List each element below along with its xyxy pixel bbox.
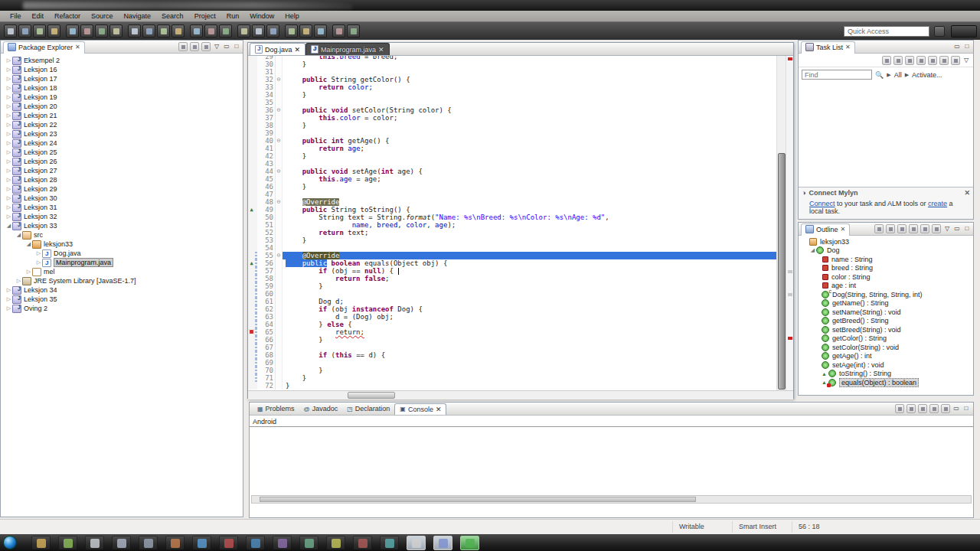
console-body[interactable]: Android	[250, 416, 973, 505]
fold-marker[interactable]	[276, 122, 283, 129]
tree-item[interactable]: ▷Oving 2	[1, 304, 243, 313]
code-line[interactable]: 35	[248, 99, 776, 106]
fold-marker[interactable]	[276, 83, 283, 91]
fold-marker[interactable]	[276, 99, 283, 106]
taskbar-app[interactable]	[219, 536, 238, 550]
outline-item[interactable]: ◢Dog	[799, 246, 973, 256]
code-line[interactable]: 65 return;	[248, 328, 776, 336]
menu-window[interactable]: Window	[244, 11, 279, 21]
code-line[interactable]: 62 if (obj instanceof Dog) {	[248, 305, 776, 313]
code-line[interactable]: 33 return color;	[248, 83, 776, 91]
collapsed-arrow-icon[interactable]: ▷	[25, 269, 32, 275]
tree-item[interactable]: ▷Mainprogram.java	[1, 258, 243, 267]
synchronize-icon[interactable]	[951, 56, 960, 65]
fold-marker[interactable]	[276, 60, 283, 68]
fold-marker[interactable]	[276, 145, 283, 152]
taskbar-app[interactable]	[273, 536, 292, 550]
close-icon[interactable]: ✕	[964, 189, 970, 197]
fold-marker[interactable]	[276, 236, 283, 244]
editor-tab-mainprogram-java[interactable]: Mainprogram.java✕	[305, 43, 390, 55]
link-with-editor-icon[interactable]	[932, 224, 941, 233]
code-line[interactable]: 41 return age;	[248, 145, 776, 152]
code-line[interactable]: 69	[248, 359, 776, 367]
expanded-arrow-icon[interactable]: ◢	[25, 241, 32, 247]
server-icon[interactable]	[204, 24, 217, 37]
scrollbar-thumb[interactable]	[260, 497, 696, 502]
collapse-all-icon[interactable]	[939, 56, 949, 65]
tree-item[interactable]: ▷Leksjon 35	[1, 295, 243, 304]
fold-marker[interactable]	[276, 91, 283, 99]
sort-icon[interactable]	[874, 224, 884, 233]
close-icon[interactable]: ✕	[295, 46, 301, 54]
maximize-icon[interactable]: □	[962, 404, 970, 413]
outline-item[interactable]: color : String	[799, 272, 973, 282]
tree-item[interactable]: ▷JRE System Library [JavaSE-1.7]	[1, 276, 243, 285]
open-perspective-icon[interactable]	[934, 26, 945, 37]
new-web-project-icon[interactable]	[190, 24, 203, 37]
tab-package-explorer[interactable]: Package Explorer ✕	[3, 41, 85, 54]
taskbar-app[interactable]	[299, 536, 318, 550]
coverage-icon[interactable]	[172, 24, 185, 37]
tree-item[interactable]: ▷Leksjon 17	[1, 74, 243, 83]
view-menu-icon[interactable]: ▽	[213, 42, 220, 51]
fold-marker[interactable]	[276, 221, 283, 229]
fold-marker[interactable]	[276, 382, 283, 390]
code-line[interactable]: 46 }	[248, 183, 776, 191]
tab-declaration[interactable]: ◳Declaration	[342, 403, 394, 415]
java-perspective-button[interactable]	[951, 25, 977, 37]
save-all-icon[interactable]	[33, 24, 46, 37]
hide-static-icon[interactable]	[897, 224, 906, 233]
menu-source[interactable]: Source	[86, 11, 119, 21]
focus-icon[interactable]	[201, 42, 211, 51]
fold-marker[interactable]: ⊖	[276, 106, 283, 114]
code-line[interactable]: 53 }	[248, 236, 776, 244]
scheduled-icon[interactable]	[905, 56, 914, 65]
search-icon[interactable]	[237, 24, 250, 37]
code-line[interactable]: 57 if (obj == null) {	[248, 267, 776, 275]
taskbar-app[interactable]	[112, 536, 131, 550]
code-line[interactable]: 43	[248, 160, 776, 168]
fold-marker[interactable]	[276, 129, 283, 137]
next-annotation-icon[interactable]	[285, 24, 298, 37]
fold-marker[interactable]	[276, 267, 283, 275]
maximize-icon[interactable]: □	[963, 42, 971, 51]
fold-marker[interactable]	[276, 351, 283, 359]
menu-help[interactable]: Help	[279, 11, 305, 21]
code-line[interactable]: 47	[248, 191, 776, 198]
code-line[interactable]: 36⊖ public void setColor(String color) {	[248, 106, 776, 114]
error-mark[interactable]	[788, 337, 792, 340]
code-line[interactable]: 55⊖ @Override	[248, 252, 776, 259]
outline-item[interactable]: cDog(String, String, String, int)	[799, 290, 973, 299]
code-line[interactable]: ▲56 public boolean equals(Object obj) {	[248, 259, 776, 267]
collapsed-arrow-icon[interactable]: ▷	[15, 278, 22, 284]
fold-marker[interactable]: ⊖	[276, 76, 283, 83]
collapsed-arrow-icon[interactable]: ▷	[5, 177, 12, 183]
code-line[interactable]: 30 }	[248, 60, 776, 68]
categorized-icon[interactable]	[893, 56, 903, 65]
maximize-icon[interactable]: □	[233, 42, 240, 51]
fold-marker[interactable]	[276, 191, 283, 198]
tree-item[interactable]: ▷Eksempel 2	[1, 56, 243, 65]
outline-item[interactable]: setAge(int) : void	[799, 360, 973, 370]
fold-marker[interactable]	[276, 229, 283, 236]
taskbar-app[interactable]	[380, 536, 399, 550]
collapsed-arrow-icon[interactable]: ▷	[5, 122, 12, 128]
collapsed-arrow-icon[interactable]: ▷	[5, 305, 12, 311]
outline-item[interactable]: getColor() : String	[799, 334, 973, 344]
tree-item[interactable]: ◢Leksjon 33	[1, 221, 243, 230]
tree-item[interactable]: ▷Leksjon 23	[1, 129, 243, 139]
collapsed-arrow-icon[interactable]: ▷	[5, 287, 12, 293]
fold-marker[interactable]	[276, 175, 283, 183]
outline-item[interactable]: getBreed() : String	[799, 317, 973, 326]
collapsed-arrow-icon[interactable]: ▷	[5, 103, 12, 109]
outline-item[interactable]: setName(String) : void	[799, 308, 973, 317]
tree-item[interactable]: ▷Leksjon 27	[1, 166, 243, 175]
outline-item[interactable]: leksjon33	[799, 237, 973, 246]
menu-refactor[interactable]: Refactor	[49, 11, 86, 21]
window-titlebar[interactable]	[0, 0, 980, 11]
new-task-icon[interactable]	[882, 56, 891, 65]
taskbar-app[interactable]	[326, 536, 345, 550]
fold-marker[interactable]	[276, 152, 283, 160]
code-line[interactable]: 64 } else {	[248, 321, 776, 328]
save-icon[interactable]	[18, 24, 31, 37]
